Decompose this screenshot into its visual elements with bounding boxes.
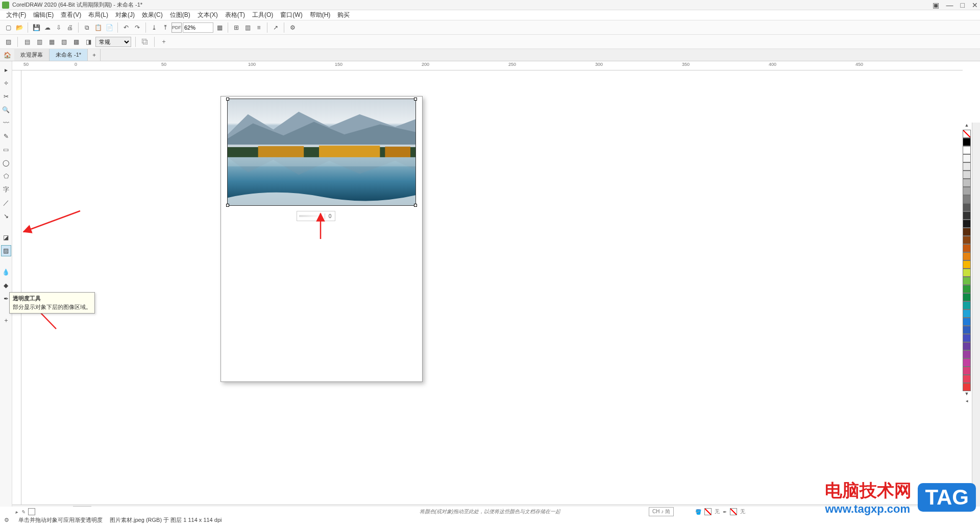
menu-tools[interactable]: 工具(O) — [249, 10, 276, 20]
save-icon[interactable]: 💾 — [31, 22, 41, 33]
drop-shadow-icon[interactable]: ◪ — [1, 232, 11, 243]
color-swatch[interactable] — [963, 342, 971, 350]
color-swatch[interactable] — [963, 260, 971, 269]
fullscreen-icon[interactable]: ▦ — [214, 22, 225, 33]
color-swatch[interactable] — [963, 326, 971, 334]
launch-icon[interactable]: ↗ — [271, 22, 281, 33]
palette-scroll-up-icon[interactable]: ▲ — [963, 123, 971, 130]
color-swatch[interactable] — [963, 244, 971, 252]
color-swatch[interactable] — [963, 293, 971, 301]
color-swatch[interactable] — [963, 203, 971, 211]
export-icon[interactable]: ⤒ — [160, 22, 170, 33]
grid-icon[interactable]: ▥ — [242, 22, 253, 33]
color-swatch[interactable] — [963, 195, 971, 203]
color-swatch[interactable] — [963, 187, 971, 195]
options-gear-icon[interactable]: ⚙ — [287, 22, 298, 33]
polygon-tool-icon[interactable]: ⬠ — [1, 171, 11, 182]
menu-window[interactable]: 窗口(W) — [277, 10, 305, 20]
menu-table[interactable]: 表格(T) — [222, 10, 248, 20]
color-swatch[interactable] — [963, 309, 971, 318]
menu-effects[interactable]: 效果(C) — [139, 10, 166, 20]
menu-help[interactable]: 帮助(H) — [307, 10, 334, 20]
text-tool-icon[interactable]: 字 — [1, 184, 11, 195]
eyedropper-tool-icon[interactable]: 💧 — [1, 267, 11, 278]
color-swatch[interactable] — [963, 138, 971, 146]
color-swatch[interactable] — [963, 285, 971, 293]
zoom-tool-icon[interactable]: 🔍 — [1, 104, 11, 115]
menu-bitmap[interactable]: 位图(B) — [167, 10, 193, 20]
close-icon[interactable]: ✕ — [972, 1, 978, 9]
placed-bitmap[interactable] — [227, 99, 416, 206]
two-color-trans-icon[interactable]: ◨ — [83, 37, 93, 47]
menu-view[interactable]: 查看(V) — [58, 10, 84, 20]
color-swatch[interactable] — [963, 375, 971, 383]
color-swatch[interactable] — [963, 358, 971, 367]
color-swatch[interactable] — [963, 334, 971, 342]
color-swatch[interactable] — [963, 318, 971, 326]
menu-layout[interactable]: 布局(L) — [85, 10, 111, 20]
uniform-trans-icon[interactable]: ▤ — [22, 37, 32, 47]
print-icon[interactable]: 🖨 — [65, 22, 75, 33]
open-icon[interactable]: 📂 — [14, 22, 24, 33]
tab-add[interactable]: ＋ — [88, 49, 101, 61]
color-swatch[interactable] — [963, 277, 971, 285]
fountain-trans-icon[interactable]: ▥ — [34, 37, 44, 47]
pdf-icon[interactable]: PDF — [172, 22, 182, 33]
connector-tool-icon[interactable]: ↘ — [1, 210, 11, 222]
color-swatch[interactable] — [963, 146, 971, 154]
ellipse-tool-icon[interactable]: ◯ — [1, 157, 11, 169]
add-tool-icon[interactable]: ＋ — [1, 315, 11, 326]
color-swatch[interactable] — [963, 154, 971, 162]
import-icon[interactable]: ⤓ — [149, 22, 159, 33]
undo-icon[interactable]: ↶ — [121, 22, 131, 33]
right-docker-collapsed[interactable] — [972, 123, 980, 511]
copy-trans-icon[interactable]: ⿻ — [140, 37, 150, 47]
add-preset-icon[interactable]: ＋ — [159, 37, 169, 47]
pattern-trans-icon[interactable]: ▦ — [46, 37, 57, 47]
shape-tool-icon[interactable]: ✧ — [1, 78, 11, 89]
clipboard-icon[interactable]: 📄 — [104, 22, 114, 33]
texture-trans-icon[interactable]: ▩ — [71, 37, 81, 47]
doc-palette-swatch-none[interactable] — [28, 508, 35, 515]
tab-welcome[interactable]: 欢迎屏幕 — [14, 49, 50, 61]
merge-mode-select[interactable]: 常规 — [95, 37, 131, 47]
color-swatch[interactable] — [963, 383, 971, 391]
cloud-upload-icon[interactable]: ☁ — [42, 22, 53, 33]
palette-scroll-down-icon[interactable]: ▼ — [963, 391, 971, 398]
minimize-icon[interactable]: — — [946, 1, 953, 9]
freehand-tool-icon[interactable]: 〰 — [1, 117, 11, 129]
selection-handle-icon[interactable] — [226, 98, 229, 101]
color-swatch[interactable] — [963, 269, 971, 277]
paste-icon[interactable]: 📋 — [93, 22, 103, 33]
selection-handle-icon[interactable] — [226, 204, 229, 207]
rectangle-tool-icon[interactable]: ▭ — [1, 144, 11, 155]
swatch-none[interactable] — [963, 130, 971, 138]
tab-document[interactable]: 未命名 -1* — [50, 49, 88, 61]
color-swatch[interactable] — [963, 171, 971, 179]
slider-track[interactable] — [299, 215, 323, 217]
color-swatch[interactable] — [963, 252, 971, 260]
color-swatch[interactable] — [963, 179, 971, 187]
ruler-vertical[interactable] — [12, 70, 21, 505]
outline-pen-icon[interactable]: ✒ — [723, 509, 727, 515]
menu-object[interactable]: 对象(J) — [112, 10, 138, 20]
menu-edit[interactable]: 编辑(E) — [30, 10, 57, 20]
selection-handle-icon[interactable] — [414, 204, 417, 207]
selection-handle-icon[interactable] — [414, 98, 417, 101]
color-swatch[interactable] — [963, 162, 971, 171]
fill-bucket-icon[interactable]: 🪣 — [695, 509, 701, 515]
transparency-tool-icon[interactable]: ▨ — [1, 245, 11, 256]
fill-tool-icon[interactable]: ◆ — [1, 280, 11, 291]
restore-down-icon[interactable]: ▣ — [933, 1, 939, 9]
redo-icon[interactable]: ↷ — [132, 22, 142, 33]
home-icon[interactable]: 🏠 — [0, 49, 14, 61]
doc-palette-eyedropper-icon[interactable]: ✎ — [21, 509, 25, 515]
outline-swatch[interactable] — [730, 508, 737, 515]
fill-swatch[interactable] — [704, 508, 712, 515]
transparency-slider[interactable]: 0 — [297, 211, 335, 221]
color-swatch[interactable] — [963, 301, 971, 309]
palette-flyout-icon[interactable]: ◂ — [963, 398, 971, 405]
menu-buy[interactable]: 购买 — [334, 10, 353, 20]
crop-tool-icon[interactable]: ✂ — [1, 91, 11, 102]
color-swatch[interactable] — [963, 211, 971, 220]
